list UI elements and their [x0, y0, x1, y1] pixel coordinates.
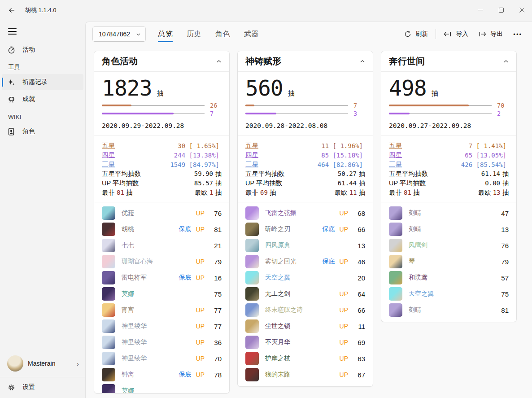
- four-star-stat-row: 四星 85 [15.18%]: [245, 150, 365, 160]
- pull-count: 20: [353, 274, 365, 282]
- pull-count: 81: [210, 226, 222, 233]
- collapse-chevron-icon[interactable]: [216, 59, 222, 64]
- guarantee-badge: 保底: [179, 371, 192, 379]
- total-pulls-value: 498: [389, 75, 427, 101]
- four-star-pity-value: 3: [353, 110, 365, 117]
- pull-list: 飞雷之弦振 UP 68 斫峰之刃 保底 UP 66 四风原典 13 雾切之回光 …: [238, 202, 373, 386]
- sidebar-item-角色[interactable]: 角色: [2, 123, 83, 140]
- banner-expander-header[interactable]: 神铸赋形: [238, 51, 373, 72]
- banner-columns: 角色活动 1823 抽 26 7 2020.09.29-2022.09.28 五…: [94, 51, 517, 394]
- up-badge: UP: [196, 339, 205, 346]
- pull-list: 刻晴 47 刻晴 13 风鹰剑 76 琴 79 和璞鸢 57 天空之翼 75 刻…: [381, 202, 516, 322]
- collapse-chevron-icon[interactable]: [503, 59, 509, 64]
- pull-item: 天空之翼 20: [245, 270, 365, 286]
- pull-item: 雷电将军 保底 UP 16: [102, 270, 222, 286]
- extreme-stat-row: 最非81抽 最欧13抽: [389, 188, 509, 197]
- item-name: 琴: [409, 258, 492, 266]
- tab-角色[interactable]: 角色: [212, 26, 233, 43]
- guarantee-badge: 保底: [179, 274, 192, 282]
- total-pulls-unit: 抽: [432, 89, 438, 98]
- maximize-button[interactable]: [491, 0, 511, 20]
- item-avatar: [102, 287, 115, 301]
- pull-count: 13: [353, 242, 365, 249]
- banner-expander-header[interactable]: 角色活动: [94, 51, 229, 72]
- back-button[interactable]: [4, 3, 19, 17]
- pull-count: 11: [353, 323, 365, 330]
- import-button[interactable]: 导入: [439, 26, 473, 42]
- toolbar-actions: 刷新 导入 导出 •••: [399, 26, 532, 42]
- item-avatar: [389, 239, 402, 252]
- total-pulls-value: 560: [245, 75, 283, 101]
- five-star-pity-bar: 26: [102, 102, 222, 109]
- pull-count: 57: [497, 274, 509, 282]
- sidebar-bottom: Masterain › 设置: [0, 353, 85, 398]
- character-icon: [7, 127, 15, 136]
- sidebar-item-成就[interactable]: 成就: [2, 91, 83, 107]
- tab-武器[interactable]: 武器: [241, 26, 262, 43]
- three-star-stat-row: 三星 426 [85.54%]: [389, 160, 509, 169]
- item-name: 珊瑚宫心海: [122, 258, 192, 266]
- sidebar-item-活动[interactable]: 活动: [2, 42, 83, 58]
- date-range: 2020.09.29-2022.09.28: [102, 122, 222, 129]
- hamburger-menu-button[interactable]: [6, 25, 22, 38]
- best-pull-count: 13: [491, 189, 502, 196]
- pull-list: 优菈 UP 76 胡桃 保底 UP 81 七七 21 珊瑚宫心海 UP 79 雷…: [94, 202, 229, 394]
- item-avatar: [245, 303, 259, 317]
- pull-item: 天空之翼 75: [389, 286, 509, 302]
- export-button[interactable]: 导出: [473, 26, 508, 42]
- item-avatar: [245, 223, 259, 236]
- sidebar-item-settings[interactable]: 设置: [2, 379, 83, 395]
- pull-item: 琴 79: [389, 254, 509, 270]
- pull-item: 雾切之回光 保底 UP 46: [245, 254, 365, 270]
- close-button[interactable]: [511, 0, 532, 20]
- more-button[interactable]: •••: [508, 26, 528, 42]
- best-pull-count: 11: [348, 189, 359, 196]
- date-range: 2020.09.28-2022.08.08: [245, 122, 365, 129]
- refresh-icon: [404, 31, 411, 38]
- item-name: 莫娜: [122, 387, 205, 394]
- collapse-chevron-icon[interactable]: [360, 59, 365, 64]
- four-star-pity-bar: 7: [102, 110, 222, 117]
- stat-row: 五星平均抽数 50.27抽: [245, 169, 365, 179]
- pull-count: 68: [353, 210, 365, 217]
- import-label: 导入: [456, 30, 468, 38]
- item-name: 七七: [122, 241, 205, 249]
- up-badge: UP: [196, 323, 205, 330]
- gear-icon: [7, 383, 15, 391]
- pull-item: 不灭月华 UP 69: [245, 334, 365, 350]
- user-card[interactable]: Masterain ›: [2, 353, 83, 374]
- user-avatar: [7, 355, 23, 372]
- up-badge: UP: [196, 355, 205, 362]
- banner-expander-header[interactable]: 奔行世间: [381, 51, 516, 72]
- item-avatar: [245, 239, 259, 252]
- tab-历史[interactable]: 历史: [183, 26, 205, 43]
- tab-总览[interactable]: 总览: [155, 26, 176, 43]
- uid-dropdown[interactable]: 107847862: [92, 26, 146, 42]
- close-icon: [519, 8, 524, 13]
- item-name: 神里绫华: [122, 354, 192, 363]
- total-pulls-unit: 抽: [157, 89, 164, 98]
- up-badge: UP: [340, 339, 348, 346]
- more-icon: •••: [513, 31, 522, 38]
- item-avatar: [102, 336, 115, 349]
- four-star-pity-value: 7: [210, 110, 222, 117]
- item-name: 尘世之锁: [265, 322, 335, 330]
- guarantee-badge: 保底: [323, 225, 335, 233]
- guarantee-badge: 保底: [323, 258, 335, 266]
- sidebar-item-祈愿记录[interactable]: 祈愿记录: [2, 74, 83, 90]
- banner-summary: 498 抽 70 2 2020.09.27-2022.09.28: [381, 72, 516, 136]
- sidebar-section-header: WIKI: [2, 111, 83, 122]
- item-avatar: [245, 271, 259, 284]
- item-name: 斫峰之刃: [265, 225, 318, 233]
- pull-count: 77: [210, 323, 222, 330]
- refresh-button[interactable]: 刷新: [399, 26, 433, 42]
- up-badge: UP: [340, 355, 348, 362]
- main-panel: 107847862 总览历史角色武器 刷新 导入 导出 ••• 角色活: [85, 22, 532, 398]
- minimize-button[interactable]: [470, 0, 491, 20]
- five-star-pity-value: 26: [210, 102, 222, 109]
- item-name: 狼的末路: [265, 371, 335, 379]
- pull-count: 16: [210, 274, 222, 282]
- item-name: 刻晴: [409, 306, 492, 314]
- pull-count: 63: [353, 355, 365, 363]
- banner-card: 奔行世间 498 抽 70 2 2020.09.27-2022.09.28 五星…: [381, 51, 517, 322]
